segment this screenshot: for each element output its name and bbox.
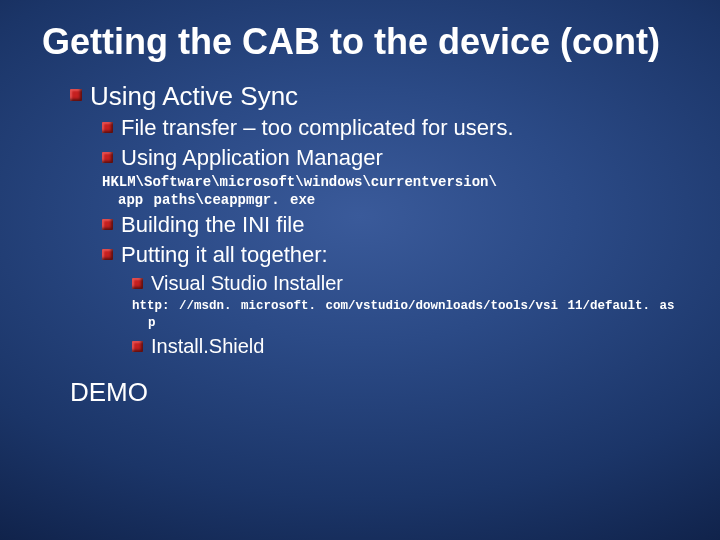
bullet-vs-installer: Visual Studio Installer	[132, 270, 678, 296]
bullet-icon	[102, 249, 113, 260]
url-line: http: //msdn. microsoft. com/vstudio/dow…	[132, 298, 678, 331]
bullet-file-transfer: File transfer – too complicated for user…	[102, 114, 678, 142]
code-line: p	[148, 315, 678, 331]
text: Visual Studio Installer	[151, 270, 678, 296]
text: Putting it all together:	[121, 241, 678, 269]
text: Using Application Manager	[121, 144, 678, 172]
bullet-installshield: Install.Shield	[132, 333, 678, 359]
bullet-icon	[70, 89, 82, 101]
bullet-icon	[102, 219, 113, 230]
bullet-app-manager: Using Application Manager	[102, 144, 678, 172]
code-line: HKLM\Software\microsoft\windows\currentv…	[102, 174, 497, 190]
bullet-icon	[102, 122, 113, 133]
bullet-using-active-sync: Using Active Sync	[70, 80, 678, 113]
slide-title: Getting the CAB to the device (cont)	[42, 22, 678, 62]
bullet-building-ini: Building the INI file	[102, 211, 678, 239]
slide: Getting the CAB to the device (cont) Usi…	[0, 0, 720, 540]
text: File transfer – too complicated for user…	[121, 114, 678, 142]
bullet-icon	[132, 278, 143, 289]
text: Building the INI file	[121, 211, 678, 239]
bullet-putting-together: Putting it all together:	[102, 241, 678, 269]
registry-path: HKLM\Software\microsoft\windows\currentv…	[102, 173, 678, 209]
bullet-icon	[102, 152, 113, 163]
text: Install.Shield	[151, 333, 678, 359]
bullet-icon	[132, 341, 143, 352]
code-line: app paths\ceappmgr. exe	[118, 191, 678, 209]
code-line: http: //msdn. microsoft. com/vstudio/dow…	[132, 299, 675, 313]
demo-label: DEMO	[70, 377, 678, 408]
text: Using Active Sync	[90, 80, 678, 113]
